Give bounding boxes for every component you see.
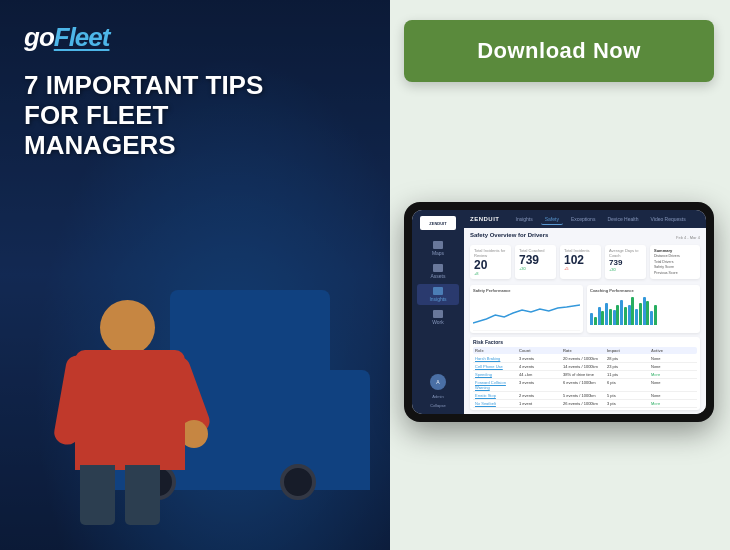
summary-title: Summary [654,248,696,253]
stat-card-days: Average Days to Coach 739 +30 [605,245,646,279]
sidebar-item-assets[interactable]: Assets [417,261,459,282]
bar-green-4 [616,305,619,325]
collapse-label[interactable]: Collapse [430,403,446,408]
admin-label: Admin [432,394,443,399]
row3-count: 3 events [519,380,563,390]
col-role: Role [475,348,519,353]
row2-rate: 38% of drive time [563,372,607,377]
row0-impact: 28 pts [607,356,651,361]
bar-green-2 [601,311,604,325]
left-content: goFleet 7 IMPORTANT TIPS FOR FLEET MANAG… [0,0,390,550]
row2-impact: 11 pts [607,372,651,377]
assets-icon [433,264,443,272]
row3-rate: 6 events / 1000km [563,380,607,390]
tab-safety[interactable]: Safety [541,214,563,225]
row4-rate: 5 events / 1000km [563,393,607,398]
sidebar-item-work[interactable]: Work [417,307,459,328]
bar-group-8 [643,297,650,325]
bar-group-9 [650,305,657,325]
safety-chart-title: Safety Performance [473,288,580,293]
row5-active[interactable]: More [651,401,695,406]
bar-blue-9 [650,311,653,325]
stat-value-3: 739 [609,259,642,267]
summary-card: Summary Distance Drivers Total Drivers S… [650,245,700,279]
charts-row: Safety Performance Coaching Performance [470,285,700,333]
stat-value-0: 20 [474,259,507,271]
stat-change-3: +30 [609,267,642,272]
stat-label-3: Average Days to Coach [609,248,642,258]
col-rate: Rate [563,348,607,353]
section-title: Safety Overview for Drivers [470,232,548,238]
bar-group-4 [613,305,620,325]
summary-items: Distance Drivers Total Drivers Safety Sc… [654,254,696,276]
bar-group-2 [598,307,605,325]
row2-active[interactable]: More [651,372,695,377]
stat-card-incidents: Total Incidents 102 +5 [560,245,601,279]
table-row: Speeding 44 +km 38% of drive time 11 pts… [473,371,697,379]
logo-text: goFleet [24,22,109,53]
tab-exceptions[interactable]: Exceptions [567,214,599,225]
row1-role: Cell Phone Use [475,364,519,369]
bar-green-3 [609,309,612,325]
tablet: ZENDUIT Maps Assets Insights [404,202,714,422]
stat-value-2: 102 [564,254,597,266]
dashboard-main: ZENDUIT Insights Safety Exceptions Devic… [464,210,706,414]
row5-impact: 3 pts [607,401,651,406]
bar-green-1 [594,317,597,325]
safety-line-chart [473,295,580,331]
row1-count: 4 events [519,364,563,369]
bar-green-6 [631,297,634,325]
table-row: Cell Phone Use 4 events 14 events / 1000… [473,363,697,371]
tab-device-health[interactable]: Device Health [603,214,642,225]
work-icon [433,310,443,318]
summary-item-3: Previous Score [654,271,696,277]
avatar[interactable]: A [430,374,446,390]
logo: goFleet [24,22,366,53]
row0-count: 3 events [519,356,563,361]
sidebar-item-maps[interactable]: Maps [417,238,459,259]
sidebar-label-assets: Assets [430,273,445,279]
map-icon [433,241,443,249]
col-impact: Impact [607,348,651,353]
table-row: Harsh Braking 3 events 20 events / 1000k… [473,355,697,363]
stat-card-coached: Total Coached 739 +30 [515,245,556,279]
table-header: Role Count Rate Impact Active [473,347,697,354]
table-row: Erratic Stop 2 events 5 events / 1000km … [473,392,697,400]
stats-row: Total Incidents for Review 20 +8 Total C… [470,245,700,279]
row4-role: Erratic Stop [475,393,519,398]
brand-logo-text: ZENDUIT [429,221,446,226]
row1-active: None [651,364,695,369]
col-count: Count [519,348,563,353]
row0-role: Harsh Braking [475,356,519,361]
download-button[interactable]: Download Now [404,20,714,82]
bar-blue-1 [590,313,593,325]
row4-impact: 5 pts [607,393,651,398]
bar-group-6 [628,297,635,325]
tab-insights[interactable]: Insights [512,214,537,225]
dashboard-body: Safety Overview for Drivers Feb 4 - Mar … [464,228,706,414]
row5-role: No Seatbelt [475,401,519,406]
topbar: ZENDUIT Insights Safety Exceptions Devic… [464,210,706,228]
sidebar-item-insights[interactable]: Insights [417,284,459,305]
row4-active: None [651,393,695,398]
logo-fleet: Fleet [54,22,110,52]
right-panel: Download Now ZENDUIT Maps [390,0,730,550]
risk-factors-table: Risk Factors Role Count Rate Impact Acti… [470,337,700,410]
table-row: No Seatbelt 1 event 26 events / 1000km 3… [473,400,697,408]
row3-impact: 6 pts [607,380,651,390]
row0-rate: 20 events / 1000km [563,356,607,361]
tab-list: Insights Safety Exceptions Device Health… [512,214,690,225]
row3-active: None [651,380,695,390]
bar-group-7 [635,303,642,325]
safety-performance-chart: Safety Performance [470,285,583,333]
row2-role: Speeding [475,372,519,377]
table-title: Risk Factors [473,339,697,345]
stat-card-review: Total Incidents for Review 20 +8 [470,245,511,279]
headline: 7 IMPORTANT TIPS FOR FLEET MANAGERS [24,71,264,161]
stat-value-1: 739 [519,254,552,266]
bar-green-8 [646,301,649,325]
logo-go: go [24,22,54,52]
row4-count: 2 events [519,393,563,398]
row3-role: Forward Collision Warning [475,380,519,390]
tab-video-requests[interactable]: Video Requests [647,214,690,225]
